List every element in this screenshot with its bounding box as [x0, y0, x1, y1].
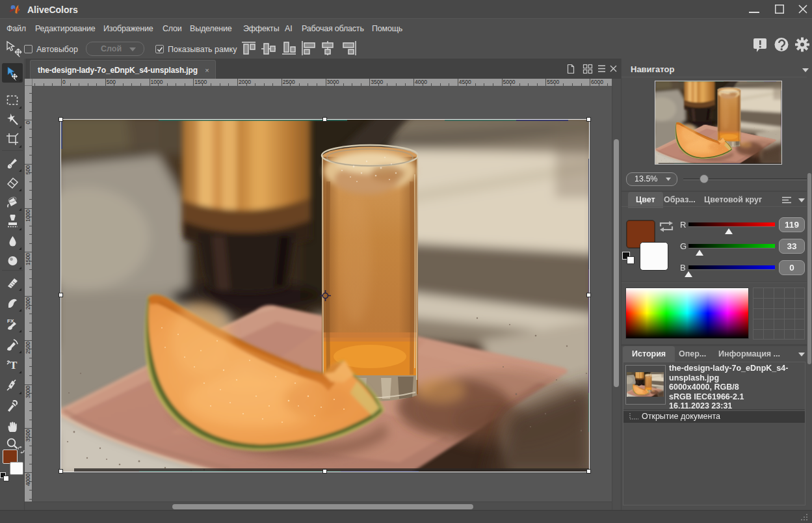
svg-text:FX: FX [7, 318, 14, 324]
svg-text:T: T [10, 359, 18, 371]
